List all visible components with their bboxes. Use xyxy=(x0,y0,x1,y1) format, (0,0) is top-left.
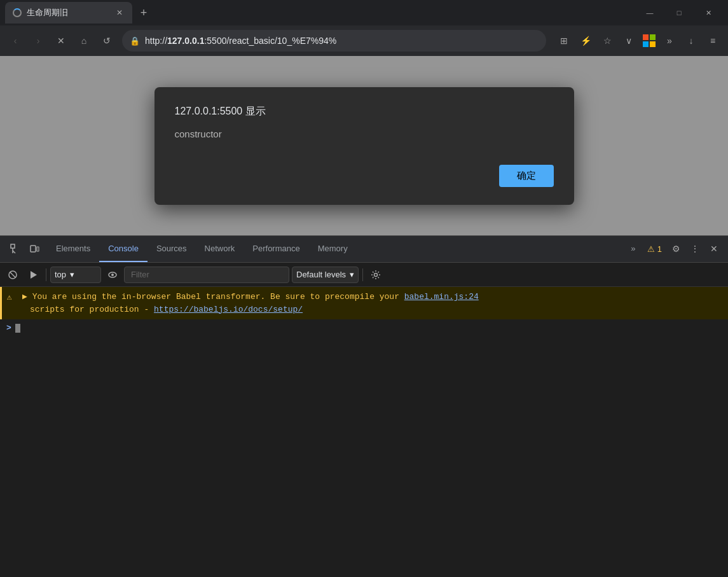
console-warning-text: ▶ You are using the in-browser Babel tra… xyxy=(22,291,718,316)
browser-navbar: ‹ › ✕ ⌂ ↺ 🔒 http://127.0.0.1:5500/react_… xyxy=(0,25,728,56)
devtools-right-icons: » ⚠ 1 ⚙ ⋮ ✕ xyxy=(619,235,728,262)
tab-console[interactable]: Console xyxy=(99,235,148,262)
chevron-button[interactable]: ∨ xyxy=(619,31,639,51)
alert-ok-button[interactable]: 确定 xyxy=(499,165,554,187)
context-selector[interactable]: top ▾ xyxy=(50,267,101,283)
devtools-settings-button[interactable]: ⚙ xyxy=(667,240,685,258)
security-icon: 🔒 xyxy=(130,36,140,46)
console-toolbar: top ▾ Default levels ▾ xyxy=(0,263,728,287)
filter-input[interactable] xyxy=(124,267,289,283)
apps-button[interactable]: ⊞ xyxy=(554,31,574,51)
levels-chevron-icon: ▾ xyxy=(350,270,354,279)
warning-triangle-icon: ⚠ xyxy=(647,244,655,254)
tab-sources[interactable]: Sources xyxy=(148,235,196,262)
more-devtools-tabs-button[interactable]: » xyxy=(624,235,642,262)
device-toggle-button[interactable] xyxy=(25,240,43,258)
tab-spinner xyxy=(13,8,22,17)
tab-close-button[interactable]: ✕ xyxy=(114,8,125,18)
babeljs-docs-link[interactable]: https://babeljs.io/docs/setup/ xyxy=(154,305,303,314)
alert-overlay: 127.0.0.1:5500 显示 constructor 确定 xyxy=(0,56,728,235)
svg-rect-0 xyxy=(11,244,15,248)
svg-point-9 xyxy=(111,274,114,276)
devtools-tabs-bar: Elements Console Sources Network Perform… xyxy=(0,236,728,263)
alert-footer: 确定 xyxy=(175,165,554,187)
console-input-line: > xyxy=(0,319,728,337)
alert-dialog: 127.0.0.1:5500 显示 constructor 确定 xyxy=(155,87,574,205)
tab-title: 生命周期旧 xyxy=(27,7,109,18)
bookmark-button[interactable]: ☆ xyxy=(597,31,617,51)
window-controls: — □ ✕ xyxy=(635,0,723,25)
extension-button[interactable]: ⚡ xyxy=(575,31,596,51)
alert-message: constructor xyxy=(175,129,554,139)
download-button[interactable]: ↓ xyxy=(681,31,701,51)
address-bar-container[interactable]: 🔒 http://127.0.0.1:5500/react_basic/10_%… xyxy=(122,30,546,52)
console-prompt: > xyxy=(6,323,11,333)
home-button[interactable]: ⌂ xyxy=(74,31,94,51)
devtools-panel: Elements Console Sources Network Perform… xyxy=(0,235,728,577)
new-tab-button[interactable]: + xyxy=(135,4,153,22)
tab-network[interactable]: Network xyxy=(196,235,244,262)
svg-rect-3 xyxy=(31,246,36,252)
devtools-left-icons xyxy=(3,235,47,262)
play-button[interactable] xyxy=(24,266,42,284)
nav-right-buttons: ⊞ ⚡ ☆ ∨ » ↓ ≡ xyxy=(554,31,723,51)
context-chevron-icon: ▾ xyxy=(70,270,74,279)
more-tabs-button[interactable]: » xyxy=(659,31,680,51)
warning-count: 1 xyxy=(657,244,662,254)
toolbar-divider xyxy=(46,268,46,281)
warning-text-scripts: scripts for production - xyxy=(22,305,154,314)
console-output: ⚠ ▶ You are using the in-browser Babel t… xyxy=(0,287,728,577)
tab-performance[interactable]: Performance xyxy=(244,235,308,262)
console-settings-button[interactable] xyxy=(367,266,385,284)
address-text: http://127.0.0.1:5500/react_basic/10_%E7… xyxy=(145,36,336,46)
eye-button[interactable] xyxy=(104,266,121,284)
maximize-button[interactable]: □ xyxy=(664,0,694,25)
browser-tab[interactable]: 生命周期旧 ✕ xyxy=(5,2,132,24)
refresh-button[interactable]: ↺ xyxy=(97,31,117,51)
babel-min-link[interactable]: babel.min.js:24 xyxy=(404,292,479,302)
console-warning-message: ⚠ ▶ You are using the in-browser Babel t… xyxy=(0,287,728,319)
browser-titlebar: 生命周期旧 ✕ + — □ ✕ xyxy=(0,0,728,25)
console-cursor[interactable] xyxy=(15,324,20,333)
warning-badge[interactable]: ⚠ 1 xyxy=(643,243,666,255)
ms-logo xyxy=(643,34,656,47)
devtools-more-button[interactable]: ⋮ xyxy=(686,240,704,258)
page-area: 127.0.0.1:5500 显示 constructor 确定 xyxy=(0,56,728,235)
profile-button[interactable] xyxy=(640,34,658,47)
back-button[interactable]: ‹ xyxy=(5,31,25,51)
svg-point-10 xyxy=(374,273,378,276)
tab-memory[interactable]: Memory xyxy=(309,235,357,262)
alert-origin: 127.0.0.1:5500 显示 xyxy=(175,105,554,118)
levels-selector[interactable]: Default levels ▾ xyxy=(292,267,359,283)
devtools-close-button[interactable]: ✕ xyxy=(705,240,723,258)
clear-console-button[interactable] xyxy=(4,266,22,284)
inspect-element-button[interactable] xyxy=(6,240,24,258)
svg-line-6 xyxy=(10,272,15,277)
svg-rect-4 xyxy=(37,247,39,251)
close-nav-button[interactable]: ✕ xyxy=(51,31,71,51)
tab-elements[interactable]: Elements xyxy=(47,235,99,262)
menu-button[interactable]: ≡ xyxy=(703,31,723,51)
close-button[interactable]: ✕ xyxy=(694,0,723,25)
toolbar-divider-2 xyxy=(362,268,363,281)
minimize-button[interactable]: — xyxy=(635,0,664,25)
svg-marker-7 xyxy=(31,271,37,279)
warning-text-before: You are using the in-browser Babel trans… xyxy=(32,292,404,302)
expand-arrow-icon[interactable]: ▶ xyxy=(22,292,27,302)
forward-button[interactable]: › xyxy=(28,31,48,51)
warning-triangle-icon: ⚠ xyxy=(7,291,12,304)
